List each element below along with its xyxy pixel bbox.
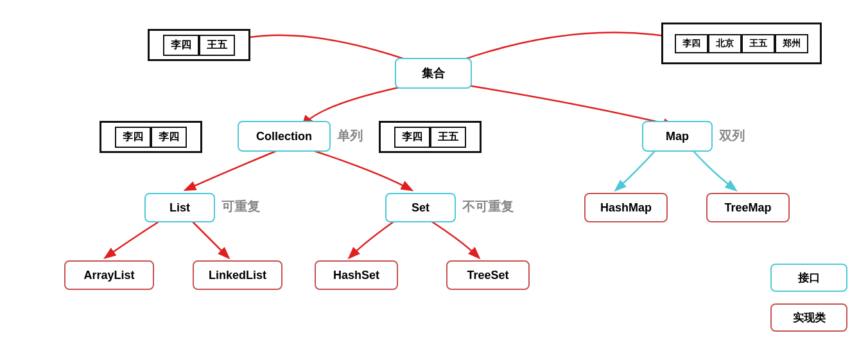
list-label: List [169, 201, 190, 215]
treemap-label: TreeMap [724, 201, 771, 215]
set-label: Set [412, 201, 430, 215]
node-arraylist: ArrayList [64, 260, 154, 290]
node-treemap: TreeMap [706, 193, 790, 222]
node-hashset: HashSet [315, 260, 398, 290]
legend-impl: 实现类 [770, 303, 847, 332]
node-jihé: 集合 [395, 58, 472, 89]
legend-impl-label: 实现类 [793, 310, 826, 325]
mc-cell-1: 李四 [394, 127, 430, 148]
label-buchongfu: 不可重复 [462, 198, 514, 215]
treeset-label: TreeSet [467, 269, 508, 282]
top-right-box: 李四 北京 王五 郑州 [661, 22, 822, 64]
map-label: Map [666, 130, 689, 143]
node-collection: Collection [238, 121, 331, 152]
top-left-cell-1: 李四 [163, 35, 199, 56]
node-treeset: TreeSet [446, 260, 530, 290]
mid-center-box: 李四 王五 [379, 121, 482, 153]
hashmap-label: HashMap [600, 201, 652, 215]
mc-cell-2: 王五 [430, 127, 466, 148]
legend-interface-label: 接口 [798, 271, 820, 285]
mid-left-box: 李四 李四 [100, 121, 202, 153]
label-chongfu: 可重复 [221, 198, 260, 215]
tr-cell-4: 郑州 [775, 34, 808, 53]
label-shuanglie: 双列 [719, 127, 745, 145]
node-hashmap: HashMap [584, 193, 668, 222]
hashset-label: HashSet [333, 269, 379, 282]
diagram: 李四 王五 李四 北京 王五 郑州 集合 李四 李四 Collection 单列… [0, 0, 868, 360]
ml-cell-1: 李四 [115, 127, 151, 148]
collection-label: Collection [256, 130, 312, 143]
node-linkedlist: LinkedList [193, 260, 282, 290]
ml-cell-2: 李四 [151, 127, 187, 148]
node-list: List [144, 193, 215, 222]
tr-cell-2: 北京 [708, 34, 742, 53]
arraylist-label: ArrayList [83, 269, 134, 282]
node-set: Set [385, 193, 456, 222]
jihé-label: 集合 [422, 66, 445, 81]
top-left-box: 李四 王五 [148, 29, 250, 61]
legend-interface: 接口 [770, 264, 847, 292]
top-left-cell-2: 王五 [199, 35, 235, 56]
tr-cell-1: 李四 [675, 34, 708, 53]
linkedlist-label: LinkedList [209, 269, 266, 282]
label-danlie: 单列 [337, 127, 363, 145]
tr-cell-3: 王五 [742, 34, 775, 53]
node-map: Map [642, 121, 713, 152]
